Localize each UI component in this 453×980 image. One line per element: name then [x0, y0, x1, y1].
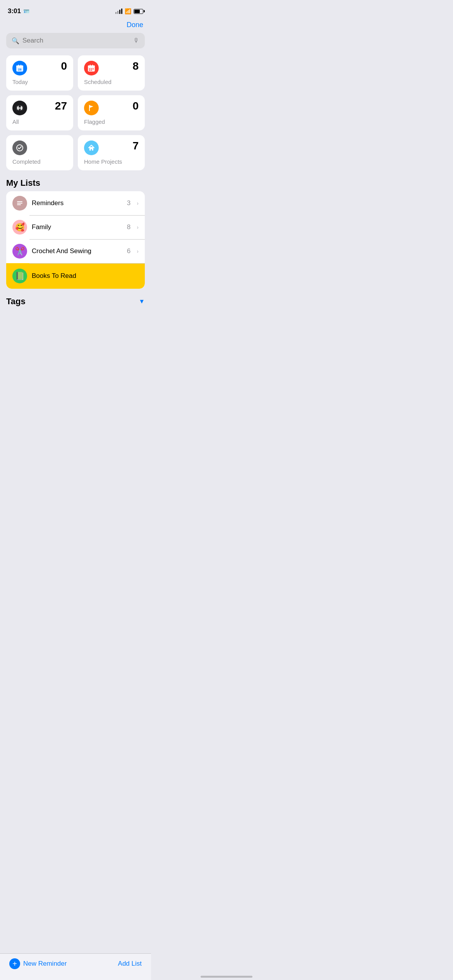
svg-rect-16: [18, 108, 21, 109]
home-projects-label: Home Projects: [84, 158, 139, 165]
svg-rect-1: [16, 65, 23, 67]
svg-rect-12: [90, 65, 91, 66]
svg-rect-15: [18, 108, 21, 108]
home-projects-count: 7: [132, 140, 139, 151]
list-item-crochet[interactable]: ✂️ Crochet And Sewing 6 ›: [6, 239, 145, 263]
all-count: 27: [55, 101, 67, 111]
completed-icon: [12, 140, 27, 155]
svg-rect-7: [89, 69, 90, 69]
smart-card-today[interactable]: 28 0 Today: [6, 55, 73, 91]
family-chevron: ›: [137, 224, 139, 230]
all-label: All: [12, 118, 67, 125]
smart-card-home-projects[interactable]: 7 Home Projects: [78, 135, 145, 170]
smart-lists-grid: 28 0 Today: [0, 55, 151, 175]
books-emoji: 📗: [15, 271, 25, 281]
mic-icon[interactable]: 🎙: [133, 37, 139, 44]
completed-label: Completed: [12, 158, 67, 165]
svg-rect-3: [18, 65, 19, 66]
scheduled-label: Scheduled: [84, 79, 139, 85]
list-item-books[interactable]: 📗 Books To Read: [6, 263, 145, 289]
list-item-reminders[interactable]: Reminders 3 ›: [6, 191, 145, 215]
family-emoji: 🥰: [15, 223, 25, 232]
crochet-label: Crochet And Sewing: [32, 247, 122, 255]
status-icons: 📶: [115, 8, 143, 14]
flagged-label: Flagged: [84, 118, 139, 125]
smart-card-flagged[interactable]: 0 Flagged: [78, 95, 145, 130]
svg-text:28: 28: [18, 68, 22, 71]
svg-rect-19: [17, 203, 22, 204]
my-lists-header: My Lists: [0, 175, 151, 191]
crochet-chevron: ›: [137, 248, 139, 254]
svg-rect-8: [91, 69, 92, 69]
svg-rect-9: [93, 69, 94, 69]
battery-icon: [134, 9, 143, 14]
reminders-count: 3: [127, 199, 130, 207]
family-label: Family: [32, 223, 122, 231]
svg-rect-11: [91, 70, 92, 71]
tags-chevron-icon[interactable]: ▼: [139, 298, 145, 305]
tags-title: Tags: [6, 296, 26, 307]
svg-rect-6: [88, 65, 95, 67]
search-bar[interactable]: 🔍 🎙: [6, 33, 145, 48]
header: Done: [0, 19, 151, 33]
search-input[interactable]: [22, 37, 130, 45]
today-label: Today: [12, 79, 67, 85]
status-time: 3:01: [8, 7, 21, 15]
reminders-label: Reminders: [32, 199, 122, 207]
notification-icon: 🪪: [23, 9, 29, 14]
list-item-family[interactable]: 🥰 Family 8 ›: [6, 215, 145, 239]
signal-icon: [115, 9, 122, 14]
svg-rect-4: [21, 65, 21, 66]
smart-card-all[interactable]: 27 All: [6, 95, 73, 130]
status-bar: 3:01 🪪 📶: [0, 0, 151, 19]
flagged-icon: [84, 101, 99, 115]
home-projects-icon: [84, 140, 99, 155]
svg-rect-13: [92, 65, 93, 66]
flagged-count: 0: [132, 101, 139, 111]
scheduled-icon: [84, 61, 99, 75]
my-lists-container: Reminders 3 › 🥰 Family 8 › ✂️ Crochet An…: [6, 191, 145, 289]
all-icon: [12, 101, 27, 115]
reminders-icon: [12, 196, 27, 211]
crochet-emoji: ✂️: [15, 247, 25, 256]
svg-rect-20: [17, 204, 21, 205]
crochet-icon: ✂️: [12, 244, 27, 259]
wifi-icon: 📶: [125, 8, 131, 14]
smart-card-completed[interactable]: Completed: [6, 135, 73, 170]
books-label: Books To Read: [32, 272, 139, 280]
today-icon: 28: [12, 61, 27, 75]
crochet-count: 6: [127, 247, 130, 255]
family-icon: 🥰: [12, 220, 27, 235]
reminders-chevron: ›: [137, 200, 139, 206]
svg-rect-18: [17, 201, 22, 202]
done-button[interactable]: Done: [127, 21, 143, 29]
family-count: 8: [127, 223, 130, 231]
search-container: 🔍 🎙: [0, 33, 151, 55]
search-icon: 🔍: [12, 37, 19, 45]
tags-section: Tags ▼: [0, 293, 151, 310]
svg-rect-10: [89, 70, 90, 71]
smart-card-scheduled[interactable]: 8 Scheduled: [78, 55, 145, 91]
books-icon: 📗: [12, 269, 27, 283]
today-count: 0: [61, 61, 67, 72]
scheduled-count: 8: [132, 61, 139, 72]
